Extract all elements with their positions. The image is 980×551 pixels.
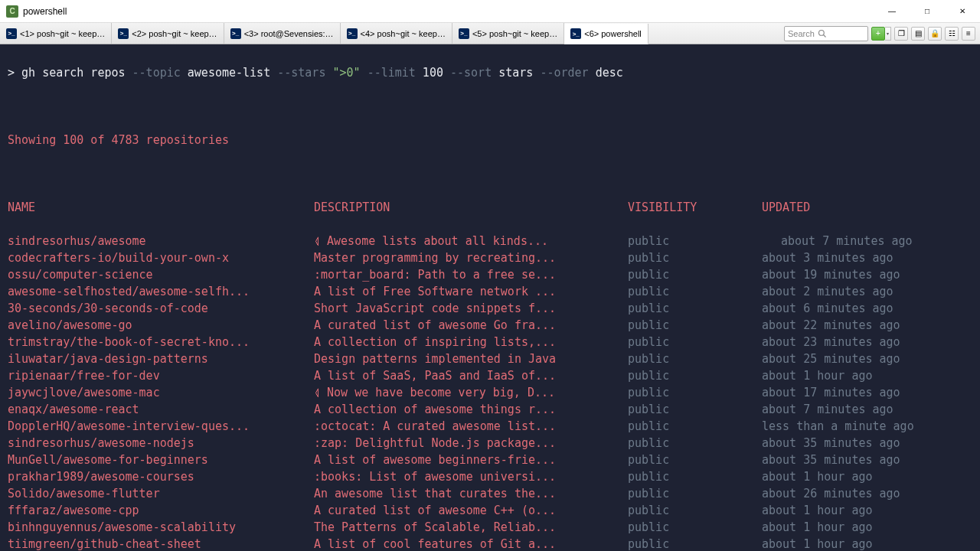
tab-6[interactable]: >_<6> powershell bbox=[564, 24, 648, 44]
powershell-icon: >_ bbox=[459, 28, 469, 39]
powershell-icon: >_ bbox=[570, 28, 581, 39]
table-row: fffaraz/awesome-cppA curated list of awe… bbox=[8, 502, 972, 519]
table-row: 30-seconds/30-seconds-of-codeShort JavaS… bbox=[8, 300, 972, 317]
repo-visibility: public bbox=[628, 435, 762, 452]
repo-visibility: public bbox=[628, 401, 762, 418]
repo-name: awesome-selfhosted/awesome-selfh... bbox=[8, 283, 314, 300]
powershell-icon: >_ bbox=[6, 28, 17, 39]
result-summary: Showing 100 of 4783 repositories bbox=[8, 132, 972, 148]
repo-visibility: public bbox=[628, 266, 762, 283]
repo-visibility: public bbox=[628, 367, 762, 384]
powershell-icon: >_ bbox=[118, 28, 129, 39]
repo-name: DopplerHQ/awesome-interview-ques... bbox=[8, 418, 314, 435]
repo-updated: about 35 minutes ago bbox=[762, 435, 972, 452]
repo-name: ripienaar/free-for-dev bbox=[8, 367, 314, 384]
toolbar-button-3[interactable]: ☷ bbox=[945, 27, 959, 41]
repo-visibility: public bbox=[628, 519, 762, 536]
table-row: jaywcjlove/awesome-mac⦉ Now we have beco… bbox=[8, 384, 972, 401]
repo-name: ossu/computer-science bbox=[8, 266, 314, 283]
repo-name: trimstray/the-book-of-secret-kno... bbox=[8, 334, 314, 350]
lock-icon[interactable]: 🔒 bbox=[928, 27, 942, 41]
app-icon: C bbox=[6, 5, 18, 18]
cmd-token: stars bbox=[492, 66, 540, 80]
repo-desc: :octocat: A curated awesome list... bbox=[314, 418, 628, 435]
tab-bar: >_<1> posh~git ~ keep…>_<2> posh~git ~ k… bbox=[0, 23, 980, 44]
tab-3[interactable]: >_<3> root@Sevensies:… bbox=[224, 23, 341, 44]
cmd-token: --topic bbox=[132, 66, 181, 80]
repo-updated: about 35 minutes ago bbox=[762, 452, 972, 468]
repo-desc: A collection of inspiring lists,... bbox=[314, 334, 628, 350]
cmd-token: --order bbox=[540, 66, 588, 80]
tab-4[interactable]: >_<4> posh~git ~ keep… bbox=[341, 23, 452, 44]
repo-name: 30-seconds/30-seconds-of-code bbox=[8, 300, 314, 317]
repo-updated: about 1 hour ago bbox=[762, 367, 972, 384]
terminal-output[interactable]: > gh search repos --topic awesome-list -… bbox=[0, 44, 980, 551]
repo-visibility: public bbox=[628, 384, 762, 401]
table-row: sindresorhus/awesome⦉ Awesome lists abou… bbox=[8, 233, 972, 249]
toolbar-button-1[interactable]: ❐ bbox=[894, 27, 908, 41]
minimize-button[interactable]: — bbox=[874, 0, 910, 23]
repo-visibility: public bbox=[628, 334, 762, 350]
table-row: MunGell/awesome-for-beginnersA list of a… bbox=[8, 452, 972, 468]
repo-updated: about 26 minutes ago bbox=[762, 485, 972, 502]
repo-name: iluwatar/java-design-patterns bbox=[8, 350, 314, 367]
repo-name: codecrafters-io/build-your-own-x bbox=[8, 249, 314, 266]
menu-button[interactable]: ≡ bbox=[962, 27, 975, 41]
window-title: powershell bbox=[23, 6, 67, 17]
repo-name: prakhar1989/awesome-courses bbox=[8, 468, 314, 485]
repo-name: sindresorhus/awesome bbox=[8, 233, 314, 249]
repo-updated: about 6 minutes ago bbox=[762, 300, 972, 317]
col-desc: DESCRIPTION bbox=[314, 199, 628, 216]
repo-updated: about 19 minutes ago bbox=[762, 266, 972, 283]
repo-desc: Design patterns implemented in Java bbox=[314, 350, 628, 367]
cmd-token: --limit bbox=[368, 66, 416, 80]
cmd-token bbox=[361, 66, 368, 80]
col-upd: UPDATED bbox=[762, 199, 972, 216]
table-row: binhnguyennus/awesome-scalabilityThe Pat… bbox=[8, 519, 972, 536]
repo-name: jaywcjlove/awesome-mac bbox=[8, 384, 314, 401]
repo-name: Solido/awesome-flutter bbox=[8, 485, 314, 502]
repo-visibility: public bbox=[628, 249, 762, 266]
powershell-icon: >_ bbox=[230, 28, 241, 39]
toolbar-right: Search + ▾ ❐ ▤ 🔒 ☷ ≡ bbox=[779, 23, 980, 44]
repo-name: avelino/awesome-go bbox=[8, 317, 314, 334]
tab-2[interactable]: >_<2> posh~git ~ keep… bbox=[112, 23, 224, 44]
repo-updated: about 2 minutes ago bbox=[762, 283, 972, 300]
table-row: tiimgreen/github-cheat-sheetA list of co… bbox=[8, 536, 972, 551]
repo-updated: about 23 minutes ago bbox=[762, 334, 972, 350]
repo-desc: A curated list of awesome Go fra... bbox=[314, 317, 628, 334]
new-tab-button[interactable]: + bbox=[871, 27, 885, 41]
close-button[interactable]: ✕ bbox=[945, 0, 980, 23]
cmd-token: 100 bbox=[416, 66, 450, 80]
repo-desc: A collection of awesome things r... bbox=[314, 401, 628, 418]
repo-name: binhnguyennus/awesome-scalability bbox=[8, 519, 314, 536]
repo-updated: about 22 minutes ago bbox=[762, 317, 972, 334]
table-row: Solido/awesome-flutterAn awesome list th… bbox=[8, 485, 972, 502]
tab-label: <4> posh~git ~ keep… bbox=[361, 29, 446, 38]
cmd-token: --stars bbox=[277, 66, 325, 80]
prompt-symbol: > bbox=[8, 66, 15, 80]
cmd-token: gh search repos bbox=[15, 66, 132, 80]
tab-label: <1> posh~git ~ keep… bbox=[20, 29, 105, 38]
powershell-icon: >_ bbox=[347, 28, 358, 39]
tab-5[interactable]: >_<5> posh~git ~ keep… bbox=[452, 23, 564, 44]
new-tab-dropdown[interactable]: ▾ bbox=[885, 27, 891, 41]
maximize-button[interactable]: □ bbox=[910, 0, 945, 23]
search-icon bbox=[818, 29, 827, 38]
search-input[interactable]: Search bbox=[784, 26, 868, 41]
repo-visibility: public bbox=[628, 452, 762, 468]
table-header-row: NAMEDESCRIPTIONVISIBILITYUPDATED bbox=[8, 199, 972, 216]
repo-updated: about 3 minutes ago bbox=[762, 249, 972, 266]
command-line: > gh search repos --topic awesome-list -… bbox=[8, 64, 972, 81]
table-row: sindresorhus/awesome-nodejs:zap: Delight… bbox=[8, 435, 972, 452]
repo-desc: A list of cool features of Git a... bbox=[314, 536, 628, 551]
repo-visibility: public bbox=[628, 300, 762, 317]
repo-updated: about 1 hour ago bbox=[762, 468, 972, 485]
repo-desc: ⦉ Awesome lists about all kinds... bbox=[314, 233, 628, 249]
table-row: codecrafters-io/build-your-own-xMaster p… bbox=[8, 249, 972, 266]
toolbar-button-2[interactable]: ▤ bbox=[911, 27, 925, 41]
repo-desc: :books: List of awesome universi... bbox=[314, 468, 628, 485]
tab-1[interactable]: >_<1> posh~git ~ keep… bbox=[0, 23, 112, 44]
repo-updated: about 1 hour ago bbox=[762, 502, 972, 519]
repo-updated: about 1 hour ago bbox=[762, 536, 972, 551]
